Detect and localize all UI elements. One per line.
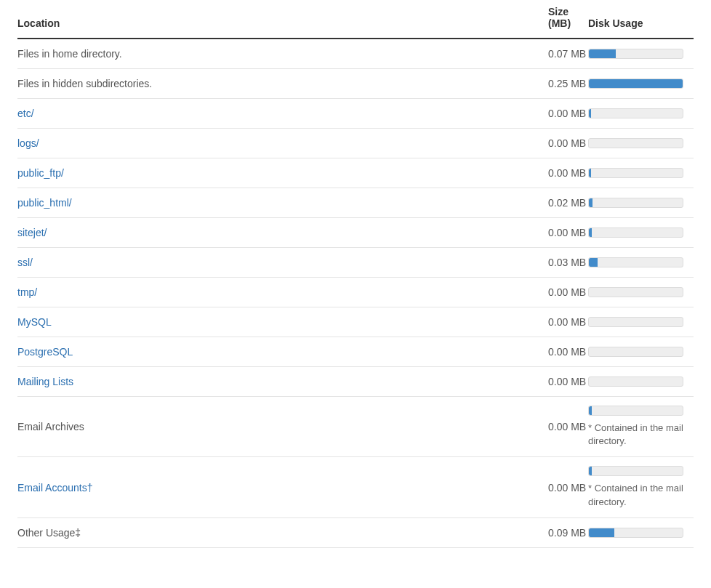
size-cell: 0.00 MB [548, 367, 588, 397]
usage-note: * Contained in the mail directory. [588, 422, 683, 448]
usage-cell [588, 248, 694, 278]
size-cell: 0.00 MB [548, 307, 588, 337]
location-link[interactable]: Mailing Lists [17, 376, 73, 387]
usage-bar [588, 78, 683, 89]
location-cell: Other Usage‡ [17, 517, 548, 547]
usage-note: * Contained in the mail directory. [588, 482, 683, 508]
usage-bar [588, 257, 683, 267]
table-row: Other Usage‡0.09 MB [17, 517, 694, 547]
size-cell: 0.00 MB [548, 457, 588, 517]
location-cell: MySQL [17, 307, 548, 337]
location-link[interactable]: PostgreSQL [17, 346, 73, 358]
table-row: Mailing Lists0.00 MB [17, 367, 694, 397]
usage-bar [588, 138, 683, 148]
location-cell: logs/ [17, 129, 548, 158]
usage-bar [588, 108, 683, 118]
usage-bar [588, 376, 683, 387]
size-cell: 0.25 MB [548, 69, 588, 99]
usage-bar-fill [589, 49, 616, 58]
location-link[interactable]: public_ftp/ [17, 167, 64, 179]
usage-cell [588, 99, 694, 129]
usage-bar [588, 287, 683, 297]
usage-cell [588, 188, 694, 218]
table-row: MySQL0.00 MB [17, 307, 694, 337]
location-cell: public_ftp/ [17, 158, 548, 188]
usage-bar-fill [589, 109, 591, 118]
table-row: Files in home directory.0.07 MB [17, 39, 694, 69]
usage-cell [588, 69, 694, 99]
location-cell: tmp/ [17, 278, 548, 307]
usage-cell [588, 337, 694, 367]
location-link[interactable]: logs/ [17, 137, 39, 149]
usage-cell [588, 158, 694, 188]
usage-bar-fill [589, 79, 683, 88]
size-cell: 0.00 MB [548, 278, 588, 307]
table-row: Files in hidden subdirectories.0.25 MB [17, 69, 694, 99]
size-cell: 0.00 MB [548, 129, 588, 158]
size-cell: 0.07 MB [548, 39, 588, 69]
usage-bar-fill [589, 228, 592, 237]
size-cell: 0.09 MB [548, 517, 588, 547]
location-link[interactable]: sitejet/ [17, 227, 47, 238]
usage-bar [588, 466, 683, 476]
usage-bar [588, 406, 683, 416]
size-cell: 0.03 MB [548, 248, 588, 278]
location-link[interactable]: tmp/ [17, 286, 37, 298]
table-row: public_ftp/0.00 MB [17, 158, 694, 188]
usage-cell [588, 307, 694, 337]
location-link[interactable]: Email Accounts† [17, 482, 93, 494]
usage-bar-fill [589, 406, 592, 415]
usage-cell: * Contained in the mail directory. [588, 397, 694, 457]
size-cell: 0.00 MB [548, 337, 588, 367]
location-link[interactable]: MySQL [17, 316, 52, 328]
size-cell: 0.00 MB [548, 158, 588, 188]
location-text: Other Usage‡ [17, 527, 81, 539]
usage-bar [588, 528, 683, 538]
usage-cell [588, 39, 694, 69]
header-location: Location [17, 0, 548, 39]
usage-bar-fill [589, 169, 591, 177]
table-row: etc/0.00 MB [17, 99, 694, 129]
usage-bar [588, 168, 683, 178]
usage-bar [588, 347, 683, 357]
location-text: Email Archives [17, 421, 84, 432]
location-cell: Email Archives [17, 397, 548, 457]
location-cell: Files in hidden subdirectories. [17, 69, 548, 99]
usage-bar-fill [589, 467, 592, 475]
usage-bar-fill [589, 528, 614, 537]
table-row: logs/0.00 MB [17, 129, 694, 158]
usage-cell [588, 218, 694, 248]
size-cell: 0.00 MB [548, 218, 588, 248]
header-usage: Disk Usage [588, 0, 694, 39]
location-link[interactable]: ssl/ [17, 257, 33, 268]
usage-cell [588, 129, 694, 158]
location-cell: etc/ [17, 99, 548, 129]
size-cell: 0.02 MB [548, 188, 588, 218]
disk-usage-table: Location Size (MB) Disk Usage Files in h… [17, 0, 694, 548]
location-link[interactable]: etc/ [17, 108, 34, 119]
usage-cell: * Contained in the mail directory. [588, 457, 694, 517]
header-size: Size (MB) [548, 0, 588, 39]
usage-cell [588, 517, 694, 547]
usage-bar [588, 198, 683, 208]
usage-bar [588, 49, 683, 59]
location-cell: Email Accounts† [17, 457, 548, 517]
location-cell: ssl/ [17, 248, 548, 278]
table-row: ssl/0.03 MB [17, 248, 694, 278]
location-cell: PostgreSQL [17, 337, 548, 367]
usage-bar [588, 317, 683, 327]
usage-cell [588, 367, 694, 397]
table-row: public_html/0.02 MB [17, 188, 694, 218]
usage-cell [588, 278, 694, 307]
table-row: tmp/0.00 MB [17, 278, 694, 307]
usage-bar [588, 227, 683, 238]
location-cell: Files in home directory. [17, 39, 548, 69]
location-text: Files in home directory. [17, 48, 122, 60]
usage-bar-fill [589, 198, 592, 207]
usage-bar-fill [589, 258, 598, 267]
table-row: Email Archives0.00 MB* Contained in the … [17, 397, 694, 457]
size-cell: 0.00 MB [548, 99, 588, 129]
table-row: Email Accounts†0.00 MB* Contained in the… [17, 457, 694, 517]
location-link[interactable]: public_html/ [17, 197, 72, 209]
location-cell: Mailing Lists [17, 367, 548, 397]
